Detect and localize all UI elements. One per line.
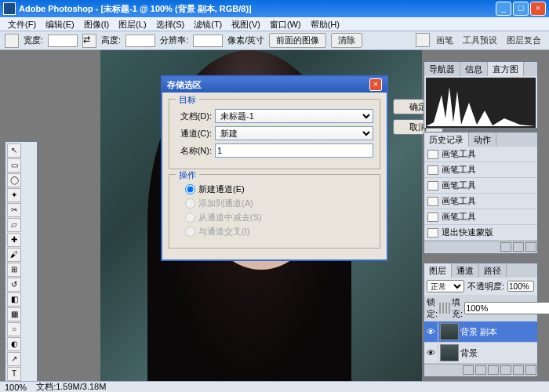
- menu-file[interactable]: 文件(F): [3, 17, 41, 31]
- blend-mode-select[interactable]: 正常: [427, 280, 464, 292]
- history-item[interactable]: 退出快速蒙版: [424, 225, 537, 241]
- doc-size: 文档:1.59M/3.18M: [36, 381, 106, 392]
- tab-histogram[interactable]: 直方图: [488, 62, 524, 76]
- layer-list: 👁背景 副本 👁背景: [424, 321, 537, 364]
- dodge-tool[interactable]: ◐: [7, 337, 21, 351]
- eraser-tool[interactable]: ◧: [7, 292, 21, 307]
- history-item[interactable]: 画笔工具: [424, 147, 537, 162]
- mask-icon[interactable]: [475, 365, 486, 375]
- menubar: 文件(F) 编辑(E) 图像(I) 图层(L) 选择(S) 滤镜(T) 视图(V…: [0, 17, 549, 31]
- menu-view[interactable]: 视图(V): [227, 17, 265, 31]
- palette-icon[interactable]: [416, 33, 430, 47]
- new-layer-icon[interactable]: [513, 365, 524, 375]
- close-button[interactable]: ×: [530, 2, 546, 16]
- menu-help[interactable]: 帮助(H): [306, 17, 344, 31]
- presets-link[interactable]: 工具预设: [460, 33, 500, 48]
- move-tool[interactable]: ↖: [7, 143, 21, 158]
- name-input[interactable]: [215, 143, 373, 158]
- resolution-input[interactable]: [193, 34, 223, 47]
- crop-tool-icon[interactable]: [5, 34, 19, 48]
- lock-pixels-icon[interactable]: [442, 303, 444, 314]
- heal-tool[interactable]: ✚: [7, 233, 21, 247]
- stamp-tool[interactable]: ⊞: [7, 263, 21, 277]
- clear-button[interactable]: 清除: [331, 33, 362, 48]
- fill-input[interactable]: [464, 302, 549, 314]
- tab-info[interactable]: 信息: [460, 62, 488, 76]
- minimize-button[interactable]: _: [496, 2, 511, 16]
- op-sub-radio: [185, 212, 195, 223]
- type-tool[interactable]: T: [7, 367, 21, 381]
- lock-transparency-icon[interactable]: [439, 303, 441, 314]
- lasso-tool[interactable]: ◯: [7, 173, 21, 187]
- trash-icon[interactable]: [525, 242, 536, 252]
- menu-edit[interactable]: 编辑(E): [41, 17, 79, 31]
- mask-icon: [427, 228, 438, 238]
- channel-label: 通道(C):: [176, 128, 212, 140]
- lock-position-icon[interactable]: [445, 303, 447, 314]
- layer-thumb: [440, 323, 459, 340]
- lock-all-icon[interactable]: [449, 303, 450, 314]
- visibility-icon[interactable]: 👁: [424, 343, 438, 363]
- dialog-titlebar[interactable]: 存储选区 ×: [162, 77, 387, 93]
- options-bar: 宽度: ⇄ 高度: 分辨率: 像素/英寸 前面的图像 清除 画笔 工具预设 图层…: [0, 31, 549, 50]
- brushes-link[interactable]: 画笔: [433, 33, 456, 48]
- target-fieldset: 目标 文档(D):未标题-1 通道(C):新建 名称(N):: [169, 99, 380, 169]
- blur-tool[interactable]: ○: [7, 322, 21, 336]
- opacity-input[interactable]: [507, 281, 534, 292]
- tab-navigator[interactable]: 导航器: [424, 62, 460, 76]
- height-input[interactable]: [125, 34, 155, 47]
- unit-select[interactable]: 像素/英寸: [227, 34, 264, 46]
- folder-icon[interactable]: [500, 365, 511, 375]
- history-item[interactable]: 画笔工具: [424, 194, 537, 209]
- tab-history[interactable]: 历史记录: [424, 132, 469, 147]
- marquee-tool[interactable]: ▭: [7, 158, 21, 172]
- menu-image[interactable]: 图像(I): [79, 17, 114, 31]
- swap-icon[interactable]: ⇄: [82, 34, 96, 48]
- wand-tool[interactable]: ✦: [7, 188, 21, 202]
- brush-icon: [427, 165, 438, 175]
- tab-actions[interactable]: 动作: [469, 132, 496, 147]
- snapshot-icon[interactable]: [500, 242, 511, 252]
- doc-select[interactable]: 未标题-1: [215, 109, 373, 123]
- comps-link[interactable]: 图层复合: [504, 33, 544, 48]
- history-item[interactable]: 画笔工具: [424, 209, 537, 225]
- menu-window[interactable]: 窗口(W): [265, 17, 306, 31]
- path-tool[interactable]: ↗: [7, 352, 21, 366]
- crop-tool[interactable]: ✂: [7, 203, 21, 217]
- window-title: Adobe Photoshop - [未标题-1 @ 100% (背景 副本, …: [19, 3, 496, 15]
- adjust-icon[interactable]: [488, 365, 499, 375]
- visibility-icon[interactable]: 👁: [424, 321, 438, 342]
- new-icon[interactable]: [513, 242, 524, 252]
- save-selection-dialog: 存储选区 × 目标 文档(D):未标题-1 通道(C):新建 名称(N): 操作…: [161, 75, 388, 261]
- op-new-radio[interactable]: [185, 184, 195, 194]
- layer-item[interactable]: 👁背景 副本: [424, 321, 537, 343]
- operation-legend: 操作: [176, 169, 199, 181]
- fx-icon[interactable]: [463, 365, 474, 375]
- tab-channels[interactable]: 通道: [452, 263, 479, 278]
- toolbox: ↖ ▭ ◯ ✦ ✂ ▱ ✚ 🖌 ⊞ ↺ ◧ ▦ ○ ◐ ↗ T ✎ ▭ ▤ / …: [5, 141, 38, 392]
- history-brush-tool[interactable]: ↺: [7, 278, 21, 292]
- layer-thumb: [440, 344, 459, 361]
- history-item[interactable]: 画笔工具: [424, 178, 537, 194]
- dialog-close-icon[interactable]: ×: [369, 78, 382, 91]
- lock-label: 锁定:: [427, 296, 438, 320]
- maximize-button[interactable]: □: [513, 2, 529, 16]
- layer-item[interactable]: 👁背景: [424, 343, 537, 364]
- trash-icon[interactable]: [525, 365, 536, 375]
- slice-tool[interactable]: ▱: [7, 218, 21, 232]
- gradient-tool[interactable]: ▦: [7, 307, 21, 321]
- menu-layer[interactable]: 图层(L): [114, 17, 151, 31]
- op-sub-label: 从通道中减去(S): [198, 212, 262, 223]
- op-add-label: 添加到通道(A): [198, 198, 253, 209]
- front-image-button[interactable]: 前面的图像: [269, 33, 326, 48]
- tab-paths[interactable]: 路径: [479, 263, 507, 278]
- brush-tool[interactable]: 🖌: [7, 248, 21, 262]
- history-item[interactable]: 画笔工具: [424, 162, 537, 178]
- menu-select[interactable]: 选择(S): [151, 17, 190, 31]
- channel-select[interactable]: 新建: [215, 126, 373, 140]
- tab-layers[interactable]: 图层: [424, 263, 452, 278]
- menu-filter[interactable]: 滤镜(T): [189, 17, 227, 31]
- width-input[interactable]: [48, 34, 78, 47]
- opacity-label: 不透明度:: [467, 281, 504, 292]
- brush-icon: [427, 197, 438, 206]
